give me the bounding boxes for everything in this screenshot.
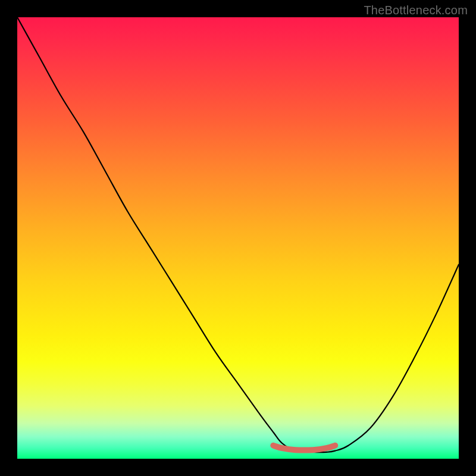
optimal-band	[273, 446, 335, 450]
bottleneck-curve	[17, 17, 459, 452]
attribution-text: TheBottleneck.com	[364, 4, 468, 17]
chart-svg	[17, 17, 459, 459]
plot-area	[17, 17, 459, 459]
